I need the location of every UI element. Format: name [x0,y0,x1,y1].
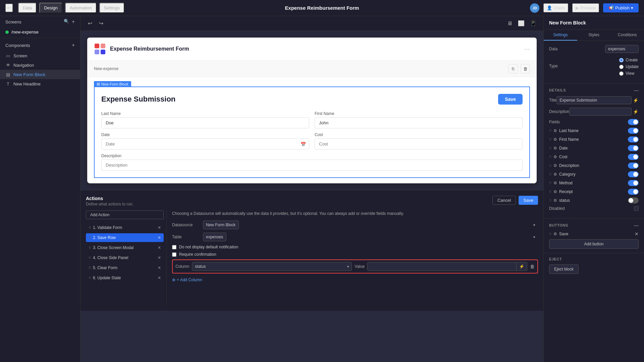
publish-button[interactable]: 📢 Publish ▾ [603,3,639,12]
no-notification-checkbox[interactable] [172,245,176,249]
add-screen-icon[interactable]: + [72,19,75,25]
eject-block-button[interactable]: Eject block [549,264,579,274]
field-cost: ⠿ ⚙ Cost [549,154,639,160]
form-card-dots[interactable]: ⋯ [524,45,530,53]
tab-design[interactable]: Design [39,3,62,13]
gear-category[interactable]: ⚙ [553,172,557,177]
toggle-first-name[interactable] [628,136,639,142]
description-input[interactable] [569,108,632,116]
title-flash-button[interactable]: ⚡ [633,98,639,103]
gear-method[interactable]: ⚙ [553,181,557,185]
details-collapse-button[interactable]: — [634,87,639,93]
gear-save-btn[interactable]: ⚙ [553,232,557,236]
type-update-radio[interactable] [619,65,624,69]
buttons-collapse-button[interactable]: — [634,223,639,228]
sidebar-item-new-headline[interactable]: T New Headline [0,79,80,88]
value-input[interactable]: Submitted [367,262,517,271]
gear-date[interactable]: ⚙ [553,146,557,150]
type-view-radio[interactable] [619,71,624,76]
toggle-status[interactable] [628,197,639,203]
mobile-view-button[interactable]: 📱 [529,19,538,28]
undo-button[interactable]: ↩ [86,19,94,28]
toggle-description[interactable] [628,163,639,169]
title-label: Title [549,98,556,103]
form-heading: Expense Submission [101,95,175,104]
field-method: ⠿ ⚙ Method [549,180,639,186]
tab-conditions[interactable]: Conditions [610,30,644,41]
add-button-button[interactable]: Add button [549,239,639,249]
gear-description[interactable]: ⚙ [553,163,557,168]
tablet-view-button[interactable]: ⬜ [517,19,526,28]
add-action-button[interactable]: Add Action [86,210,164,219]
type-create-radio[interactable] [619,58,624,62]
toggle-cost[interactable] [628,154,639,160]
action-item-6[interactable]: ⠿ 6. Update State ✕ [86,274,164,282]
tab-styles[interactable]: Styles [577,30,611,41]
toggle-receipt[interactable] [628,189,639,195]
add-component-icon[interactable]: + [72,42,75,48]
gear-last-name[interactable]: ⚙ [553,128,557,133]
date-input[interactable] [101,138,309,149]
require-confirmation-row: Require confirmation [172,252,538,257]
sidebar-item-screen[interactable]: ▭ Screen [0,51,80,60]
tab-settings[interactable]: Settings [544,30,577,41]
delete-button[interactable]: 🗑 [521,64,530,73]
fields-master-toggle[interactable] [628,119,639,125]
remove-action-5[interactable]: ✕ [158,265,161,270]
form-save-button[interactable]: Save [498,94,523,105]
gear-status[interactable]: ⚙ [553,198,557,203]
preview-button[interactable]: ▶ Preview [572,3,599,12]
column-delete-button[interactable]: 🗑 [530,264,535,269]
form-block-tag-icon: ▤ [97,82,100,86]
actions-cancel-button[interactable]: Cancel [492,196,516,205]
toggle-last-name[interactable] [628,128,639,134]
require-confirmation-checkbox[interactable] [172,252,176,257]
remove-save-button[interactable]: ✕ [635,231,639,237]
column-select[interactable]: status [192,262,352,271]
sidebar-item-navigation[interactable]: 👁 Navigation [0,60,80,70]
back-button[interactable]: ← [5,4,13,12]
tab-automation[interactable]: Automation [65,3,97,13]
action-item-5[interactable]: ⠿ 5. Clear Form ✕ [86,263,164,272]
action-item-4[interactable]: ⠿ 4. Close Side Panel ✕ [86,253,164,262]
gear-first-name[interactable]: ⚙ [553,137,557,142]
title-input[interactable] [556,96,632,104]
gear-cost[interactable]: ⚙ [553,155,557,159]
action-item-3[interactable]: ⠿ 3. Close Screen Modal ✕ [86,243,164,252]
cost-input[interactable] [315,138,523,149]
remove-action-2[interactable]: ✕ [158,235,161,240]
table-select[interactable]: expenses [203,233,226,241]
remove-action-3[interactable]: ✕ [158,245,161,250]
redo-button[interactable]: ↪ [97,19,105,28]
actions-subtitle: Define what actions to run. [86,202,133,206]
toggle-method[interactable] [628,180,639,186]
copy-button[interactable]: ⎘ [508,64,518,73]
action-item-2[interactable]: ⠿ 2. Save Row ✕ [86,233,164,242]
value-flash-button[interactable]: ⚡ [517,262,527,271]
action-item-1[interactable]: ⠿ 1. Validate Form ✕ [86,223,164,232]
actions-save-button[interactable]: Save [519,196,538,205]
disabled-checkbox[interactable] [634,206,639,211]
svg-rect-0 [95,44,99,48]
remove-action-4[interactable]: ✕ [158,255,161,260]
toggle-date[interactable] [628,145,639,151]
screen-item-new-expense[interactable]: /new-expense [0,27,80,37]
description-input[interactable] [101,160,523,171]
add-column-button[interactable]: ⊕ + Add Column [172,276,202,284]
remove-action-6[interactable]: ✕ [158,276,161,280]
table-label: Table [172,235,199,239]
remove-action-1[interactable]: ✕ [158,225,161,230]
gear-receipt[interactable]: ⚙ [553,189,557,194]
search-icon[interactable]: 🔍 [64,19,69,25]
toggle-category[interactable] [628,171,639,177]
tab-data[interactable]: Data [18,3,37,13]
description-flash-button[interactable]: ⚡ [633,109,639,114]
tab-settings[interactable]: Settings [99,3,124,13]
data-select[interactable]: expenses [605,45,639,53]
datasource-select[interactable]: New Form Block [203,221,239,229]
users-button[interactable]: 👤 Users [543,3,568,12]
last-name-input[interactable] [101,117,309,128]
sidebar-item-new-form-block[interactable]: ▤ New Form Block [0,70,80,79]
first-name-input[interactable] [315,117,523,128]
desktop-view-button[interactable]: 🖥 [506,19,514,28]
